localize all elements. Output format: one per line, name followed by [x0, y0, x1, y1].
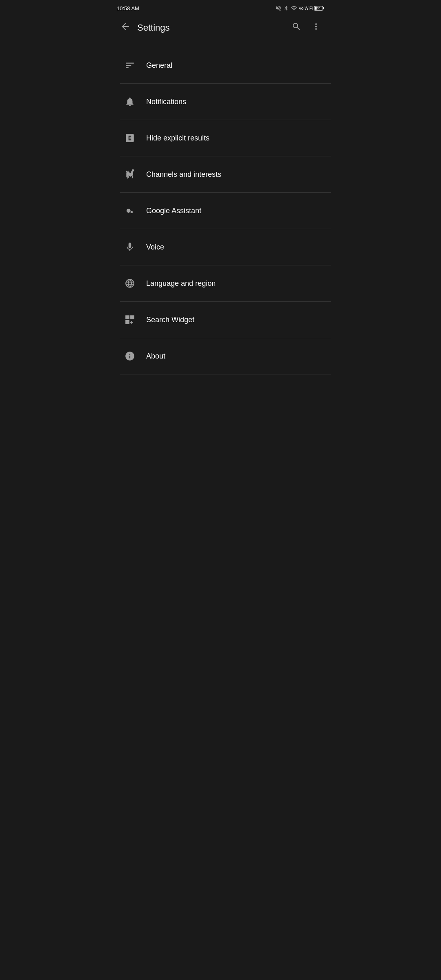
search-widget-label: Search Widget	[146, 316, 194, 324]
settings-item-language[interactable]: Language and region	[110, 265, 331, 301]
settings-list: General Notifications Hide explicit resu…	[110, 47, 331, 374]
svg-rect-2	[323, 7, 324, 9]
divider-about	[120, 374, 331, 374]
about-label: About	[146, 352, 165, 361]
general-label: General	[146, 61, 172, 70]
svg-text:20: 20	[317, 7, 320, 10]
page-title: Settings	[137, 22, 288, 33]
more-options-button[interactable]	[308, 18, 324, 37]
settings-item-channels[interactable]: Channels and interests	[110, 156, 331, 192]
assistant-icon	[120, 201, 140, 220]
status-time: 10:58 AM	[117, 5, 139, 11]
language-label: Language and region	[146, 279, 216, 288]
explicit-icon	[120, 128, 140, 148]
status-bar: 10:58 AM Vo WiFi 20	[110, 0, 331, 15]
settings-item-assistant[interactable]: Google Assistant	[110, 193, 331, 229]
about-icon	[120, 346, 140, 366]
channels-icon	[120, 165, 140, 184]
app-bar-actions	[288, 18, 324, 37]
settings-item-notifications[interactable]: Notifications	[110, 84, 331, 120]
notifications-label: Notifications	[146, 98, 186, 106]
search-button[interactable]	[288, 18, 305, 37]
status-icons: Vo WiFi 20	[275, 5, 324, 11]
settings-item-hide-explicit[interactable]: Hide explicit results	[110, 120, 331, 156]
settings-item-voice[interactable]: Voice	[110, 229, 331, 265]
back-button[interactable]	[117, 18, 134, 38]
language-icon	[120, 274, 140, 293]
svg-point-6	[127, 209, 131, 213]
settings-item-about[interactable]: About	[110, 338, 331, 374]
voice-label: Voice	[146, 243, 164, 252]
channels-label: Channels and interests	[146, 170, 221, 179]
voice-icon	[120, 237, 140, 257]
hide-explicit-label: Hide explicit results	[146, 134, 209, 143]
settings-item-general[interactable]: General	[110, 47, 331, 83]
svg-point-4	[132, 169, 134, 172]
svg-rect-1	[315, 7, 316, 10]
assistant-label: Google Assistant	[146, 207, 201, 215]
settings-item-search-widget[interactable]: Search Widget	[110, 302, 331, 338]
mute-icon	[275, 5, 282, 11]
general-icon	[120, 56, 140, 75]
app-bar: Settings	[110, 15, 331, 41]
vowifi-label: Vo WiFi	[299, 6, 313, 11]
search-widget-icon	[120, 310, 140, 330]
svg-point-7	[131, 211, 133, 213]
notifications-icon	[120, 92, 140, 111]
signal-icon	[291, 5, 297, 11]
bluetooth-icon	[283, 5, 289, 11]
svg-point-5	[126, 171, 127, 172]
battery-icon: 20	[314, 5, 324, 11]
